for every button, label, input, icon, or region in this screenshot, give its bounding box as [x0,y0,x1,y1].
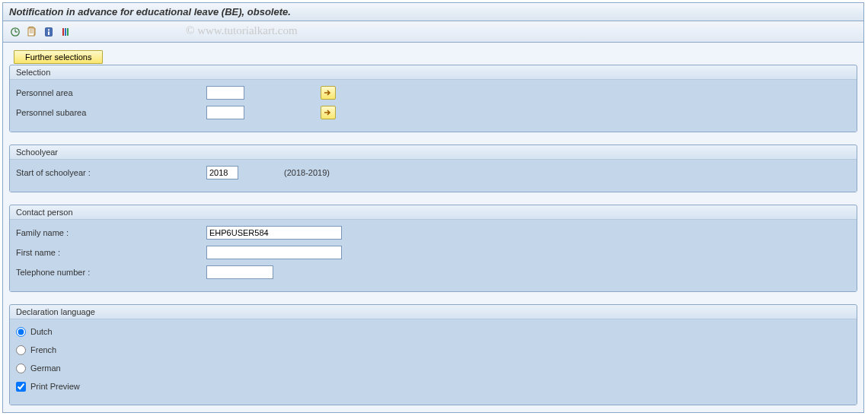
svg-rect-9 [48,31,49,35]
print-preview-checkbox[interactable] [16,382,26,392]
telephone-input[interactable] [206,265,273,279]
dutch-radio-row: Dutch [16,324,850,339]
print-preview-label: Print Preview [30,382,80,391]
app-window: Notification in advance for educational … [2,2,864,413]
german-radio[interactable] [16,364,26,373]
title-bar: Notification in advance for educational … [3,3,863,21]
schoolyear-range: (2018-2019) [284,168,330,177]
svg-rect-8 [48,29,49,30]
schoolyear-row: Start of schoolyear : (2018-2019) [16,164,850,181]
svg-rect-11 [65,28,66,36]
personnel-subarea-row: Personnel subarea [16,104,850,121]
personnel-area-label: Personnel area [16,87,206,99]
first-name-row: First name : [16,244,850,261]
language-group: Declaration language Dutch French German… [9,304,857,405]
personnel-subarea-multiselect-button[interactable] [321,106,336,119]
family-name-row: Family name : [16,224,850,241]
toolbar: © www.tutorialkart.com [3,21,863,43]
personnel-area-multiselect-button[interactable] [321,86,336,100]
dutch-label: Dutch [30,327,53,336]
personnel-subarea-label: Personnel subarea [16,106,206,119]
svg-rect-10 [62,28,64,36]
selection-header: Selection [10,65,857,80]
data-sources-icon[interactable] [58,24,73,40]
dutch-radio[interactable] [16,327,26,337]
family-name-label: Family name : [16,227,206,239]
german-radio-row: German [16,360,850,376]
telephone-label: Telephone number : [16,266,206,278]
personnel-area-row: Personnel area [16,84,850,101]
contact-header: Contact person [10,205,857,220]
schoolyear-input[interactable] [206,166,238,179]
schoolyear-label: Start of schoolyear : [16,167,206,179]
watermark: © www.tutorialkart.com [186,24,298,37]
french-label: French [30,345,56,354]
page-title: Notification in advance for educational … [9,6,291,17]
variant-icon[interactable] [24,24,40,40]
french-radio-row: French [16,342,850,357]
schoolyear-header: Schoolyear [10,145,857,160]
selection-group: Selection Personnel area Personnel subar… [9,65,857,132]
further-selections-button[interactable]: Further selections [14,50,103,64]
svg-rect-3 [28,28,34,36]
personnel-subarea-input[interactable] [206,106,244,119]
first-name-label: First name : [16,246,206,259]
print-preview-row: Print Preview [16,379,850,394]
contact-group: Contact person Family name : First name … [9,205,857,292]
french-radio[interactable] [16,345,26,355]
personnel-area-input[interactable] [206,86,244,100]
first-name-input[interactable] [206,246,342,259]
schoolyear-group: Schoolyear Start of schoolyear : (2018-2… [9,144,857,192]
info-icon[interactable] [41,24,56,40]
family-name-input[interactable] [206,226,342,240]
content-area: Further selections Selection Personnel a… [3,43,863,412]
german-label: German [30,364,61,373]
telephone-row: Telephone number : [16,264,850,281]
language-header: Declaration language [10,305,857,319]
execute-icon[interactable] [8,24,23,40]
svg-rect-12 [67,28,69,36]
